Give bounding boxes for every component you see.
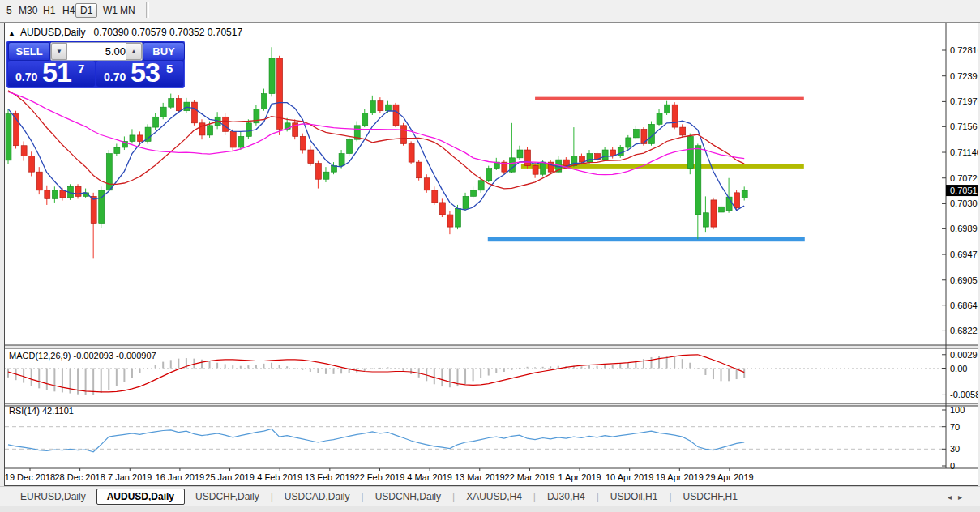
- timeframe-button-h1[interactable]: H1: [39, 3, 59, 18]
- panel-splitter[interactable]: [5, 345, 978, 348]
- tab-scroll-arrows[interactable]: ◂▸: [948, 493, 969, 501]
- macd-histogram-bar: [650, 357, 652, 369]
- macd-histogram-bar: [263, 364, 264, 369]
- macd-histogram-bar: [689, 363, 691, 369]
- hline-support[interactable]: [488, 237, 805, 241]
- macd-histogram-bar: [53, 369, 55, 392]
- chart-canvas[interactable]: 0.728100.723900.719700.715600.711400.707…: [5, 23, 978, 484]
- date-axis-label: 13 Feb 2019: [305, 472, 355, 482]
- macd-histogram-bar: [225, 364, 226, 368]
- candle-body: [347, 139, 353, 153]
- macd-histogram-bar: [216, 363, 218, 369]
- chart-tab-bar: EURUSD,DailyAUDUSD,DailyUSDCHF,Daily|USD…: [0, 486, 980, 506]
- tab-xauusd-h4[interactable]: XAUUSD,H4: [456, 489, 533, 505]
- price-axis-label: 0.71970: [950, 96, 978, 106]
- price-axis-label: 0.70300: [950, 198, 978, 208]
- candle-body: [657, 113, 662, 125]
- current-price-label: 0.70517: [950, 186, 978, 195]
- candle-body: [687, 136, 693, 168]
- candle-body: [680, 127, 686, 135]
- rsi-panel[interactable]: 10070300: [5, 405, 965, 471]
- tab-usdcnh-daily[interactable]: USDCNH,Daily: [365, 489, 451, 505]
- volume-input[interactable]: [67, 43, 127, 60]
- macd-histogram-bar: [542, 367, 544, 369]
- candle-body: [533, 166, 538, 175]
- date-axis-label: 22 Mar 2019: [505, 472, 555, 482]
- tab-usdchf-daily[interactable]: USDCHF,Daily: [185, 489, 270, 505]
- macd-histogram-bar: [38, 369, 40, 389]
- date-axis-label: 22 Feb 2019: [355, 472, 405, 482]
- macd-histogram-bar: [704, 369, 706, 375]
- date-axis-label: 13 Mar 2019: [455, 472, 505, 482]
- candle-body: [153, 117, 159, 127]
- macd-histogram-bar: [728, 369, 730, 382]
- price-axis[interactable]: 0.728100.723900.719700.715600.711400.707…: [942, 45, 978, 335]
- candle-body: [208, 126, 213, 135]
- candle-body: [563, 160, 569, 166]
- macd-histogram-bar: [612, 365, 614, 369]
- sell-price-display[interactable]: 0.70 51 7: [8, 61, 95, 87]
- timeframe-button-m30[interactable]: M30: [15, 3, 41, 18]
- candle-body: [432, 190, 438, 203]
- macd-histogram-bar: [69, 369, 71, 394]
- date-axis-label: 25 Jan 2019: [205, 472, 255, 482]
- status-bar: [0, 506, 980, 512]
- macd-histogram-bar: [534, 367, 536, 368]
- candle-body: [471, 190, 477, 197]
- tab-usdchf-h1[interactable]: USDCHF,H1: [673, 489, 748, 505]
- macd-histogram-bar: [580, 366, 582, 368]
- price-axis-label: 0.68220: [950, 326, 978, 335]
- tab-usdcad-daily[interactable]: USDCAD,Daily: [274, 489, 361, 505]
- price-axis-label: 0.70720: [950, 173, 978, 183]
- macd-histogram-bar: [209, 361, 211, 368]
- candle-body: [130, 135, 135, 142]
- rsi-label: RSI(14) 42.1101: [9, 406, 74, 416]
- rsi-axis-label: 30: [950, 444, 960, 454]
- macd-histogram-bar: [364, 369, 366, 371]
- candle-body: [641, 129, 647, 143]
- candle-body: [114, 147, 120, 154]
- macd-histogram-bar: [449, 369, 451, 388]
- macd-histogram-bar: [232, 365, 233, 368]
- timeframe-button-mn[interactable]: MN: [116, 3, 139, 18]
- candle-body: [695, 146, 701, 215]
- sell-price-prefix: 0.70: [15, 70, 37, 83]
- one-click-trading-toggle-icon[interactable]: ▲: [8, 29, 15, 37]
- candle-body: [455, 208, 460, 227]
- candle-body: [742, 190, 747, 198]
- candle-body: [269, 58, 275, 94]
- timeframe-button-d1[interactable]: D1: [75, 3, 97, 18]
- candle-body: [378, 101, 383, 111]
- candle-body: [525, 150, 531, 166]
- price-axis-label: 0.68640: [950, 301, 978, 310]
- buy-price-big: 53: [131, 57, 160, 88]
- tab-dj30-h4[interactable]: DJ30,H4: [537, 489, 596, 505]
- macd-histogram-bar: [139, 369, 141, 373]
- buy-price-display[interactable]: 0.70 53 5: [96, 61, 183, 87]
- candle-body: [261, 94, 267, 109]
- macd-histogram-bar: [519, 368, 520, 369]
- candle-body: [160, 107, 166, 117]
- macd-histogram-bar: [371, 369, 373, 369]
- tab-audusd-daily[interactable]: AUDUSD,Daily: [96, 489, 185, 505]
- candle-body: [45, 190, 50, 199]
- tab-eurusd-daily[interactable]: EURUSD,Daily: [10, 489, 96, 505]
- candle-body: [633, 129, 639, 138]
- rsi-axis-label: 0: [950, 461, 955, 471]
- date-axis-label: 19 Apr 2019: [656, 472, 704, 482]
- date-axis[interactable]: 19 Dec 201828 Dec 20187 Jan 201916 Jan 2…: [5, 468, 754, 482]
- candle-body: [579, 156, 584, 163]
- macd-histogram-bar: [255, 365, 257, 369]
- macd-histogram-bar: [473, 369, 474, 382]
- date-axis-label: 19 Dec 2018: [5, 472, 55, 482]
- candle-body: [417, 162, 422, 178]
- candle-body: [439, 203, 445, 215]
- macd-histogram-bar: [108, 369, 109, 390]
- macd-histogram-bar: [441, 369, 443, 387]
- price-axis-label: 0.69470: [950, 250, 978, 259]
- candle-body: [719, 207, 725, 212]
- tab-usdoil-h1[interactable]: USDOil,H1: [600, 489, 669, 505]
- hline-resistance[interactable]: [535, 97, 804, 100]
- macd-histogram-bar: [310, 369, 311, 373]
- macd-histogram-bar: [674, 357, 675, 369]
